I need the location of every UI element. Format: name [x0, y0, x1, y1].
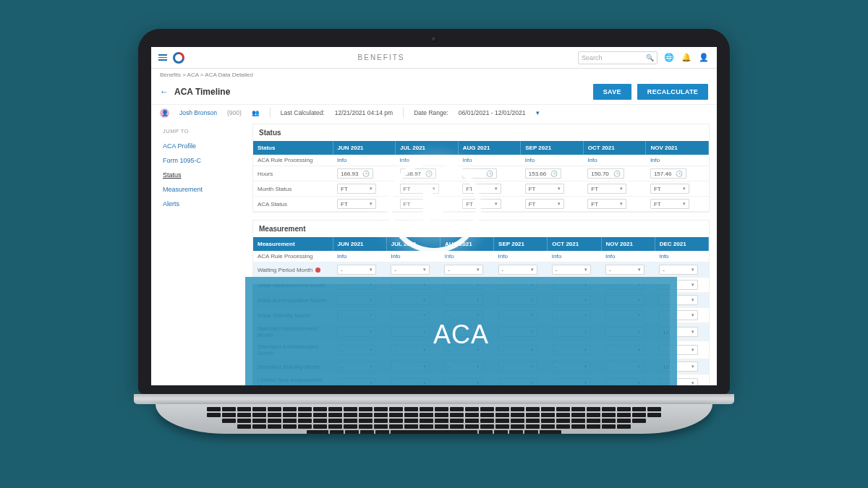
sidebar-item-form-1095-c[interactable]: Form 1095-C: [163, 153, 245, 168]
hours-input[interactable]: 157.46🕒: [650, 168, 686, 179]
people-icon[interactable]: 👥: [252, 109, 260, 116]
hours-input[interactable]: 153.66🕒: [525, 168, 561, 179]
chevron-down-icon: ▾: [620, 201, 623, 207]
chevron-down-icon: ▾: [692, 297, 694, 303]
status-select[interactable]: FT▾: [650, 199, 689, 209]
laptop-frame: BENEFITS Search 🔍 🌐 🔔 👤 Benefits > ACA >…: [134, 29, 734, 434]
chevron-down-icon: ▾: [558, 186, 561, 192]
page-title: ACA Timeline: [174, 87, 230, 97]
last-calculated-value: 12/21/2021 04:14 pm: [335, 109, 393, 116]
chevron-down-icon: ▾: [495, 186, 498, 192]
employee-avatar: 👤: [160, 108, 169, 118]
chevron-down-icon: ▾: [692, 380, 694, 385]
sidebar-heading: JUMP TO: [163, 128, 245, 134]
col-header: OCT 2021: [583, 141, 646, 155]
measurement-select[interactable]: -▾: [444, 265, 483, 275]
chevron-down-icon: ▾: [620, 186, 623, 192]
chevron-down-icon: ▾: [683, 201, 686, 207]
chevron-down-icon: ▾: [692, 329, 694, 335]
app-screen: BENEFITS Search 🔍 🌐 🔔 👤 Benefits > ACA >…: [151, 47, 717, 385]
save-button[interactable]: SAVE: [593, 84, 631, 100]
status-select[interactable]: FT▾: [650, 184, 689, 194]
chevron-down-icon: ▾: [638, 267, 641, 273]
col-header: NOV 2021: [601, 237, 655, 251]
bell-icon[interactable]: 🔔: [681, 52, 692, 64]
chevron-down-icon: ▾: [692, 312, 694, 318]
laptop-base: [134, 394, 734, 434]
info-link[interactable]: Info: [525, 157, 535, 163]
info-link[interactable]: Info: [659, 253, 668, 260]
chevron-down-icon: ▾: [692, 267, 694, 273]
status-select[interactable]: FT▾: [337, 184, 376, 194]
play-icon: [423, 187, 452, 225]
employee-name[interactable]: Josh Bronson: [179, 109, 217, 116]
breadcrumb-2[interactable]: ACA: [187, 72, 199, 78]
info-link[interactable]: Info: [650, 157, 660, 163]
info-link[interactable]: Info: [498, 253, 508, 260]
chevron-down-icon[interactable]: ▾: [536, 109, 540, 116]
breadcrumb: Benefits > ACA > ACA Data Detailed: [151, 69, 717, 81]
employee-id: (900): [227, 109, 242, 116]
measurement-select[interactable]: -▾: [659, 265, 698, 275]
sidebar-item-aca-profile[interactable]: ACA Profile: [163, 139, 245, 153]
sidebar-item-status[interactable]: Status: [163, 168, 245, 182]
app-title: BENEFITS: [190, 53, 572, 61]
sidebar-item-alerts[interactable]: Alerts: [163, 197, 245, 211]
status-select[interactable]: FT▾: [337, 199, 376, 209]
chevron-down-icon: ▾: [692, 282, 694, 288]
chevron-down-icon: ▾: [531, 267, 534, 273]
play-button[interactable]: [387, 159, 481, 253]
status-title: Status: [253, 124, 709, 141]
recalculate-button[interactable]: RECALCULATE: [637, 84, 708, 100]
measurement-select[interactable]: -▾: [498, 265, 537, 275]
chevron-down-icon: ▾: [558, 201, 561, 207]
info-link[interactable]: Info: [337, 253, 346, 260]
measurement-select[interactable]: -▾: [605, 265, 644, 275]
measurement-select[interactable]: -▾: [552, 265, 591, 275]
chevron-down-icon: ▾: [423, 267, 426, 273]
hours-input[interactable]: 166.93🕒: [337, 168, 373, 179]
chevron-down-icon: ▾: [584, 267, 587, 273]
globe-icon[interactable]: 🌐: [663, 52, 675, 64]
col-header: Measurement: [253, 237, 333, 251]
status-select[interactable]: FT▾: [525, 184, 564, 194]
date-range-value[interactable]: 06/01/2021 - 12/01/2021: [459, 109, 526, 116]
search-icon: 🔍: [646, 54, 654, 61]
back-arrow-icon[interactable]: ←: [160, 87, 169, 97]
col-header: JUN 2021: [333, 141, 396, 155]
date-range-label: Date Range:: [414, 109, 448, 116]
table-row: Waiting Period Month-▾-▾-▾-▾-▾-▾-▾: [253, 262, 709, 278]
status-select[interactable]: FT▾: [525, 199, 564, 209]
chevron-down-icon: ▾: [692, 347, 694, 353]
col-header: SEP 2021: [521, 141, 584, 155]
hamburger-icon[interactable]: [158, 54, 167, 61]
clock-icon: 🕒: [676, 171, 683, 177]
col-header: JUN 2021: [333, 237, 386, 251]
info-link[interactable]: Info: [605, 253, 615, 260]
meta-bar: 👤 Josh Bronson (900) 👥 Last Calculated: …: [151, 105, 717, 124]
app-logo: [173, 52, 184, 64]
info-link[interactable]: Info: [587, 157, 597, 163]
video-title-banner: ACA: [245, 277, 677, 385]
user-avatar-icon[interactable]: 👤: [698, 52, 710, 64]
clock-icon: 🕒: [613, 171, 621, 177]
measurement-select[interactable]: -▾: [337, 265, 376, 275]
search-input[interactable]: Search 🔍: [578, 51, 658, 64]
col-header: SEP 2021: [494, 237, 548, 251]
col-header: DEC 2021: [655, 237, 708, 251]
col-header: OCT 2021: [548, 237, 601, 251]
sidebar: JUMP TO ACA ProfileForm 1095-CStatusMeas…: [158, 124, 245, 385]
hours-input[interactable]: 150.70🕒: [587, 168, 624, 179]
sidebar-item-measurement[interactable]: Measurement: [163, 182, 245, 197]
status-select[interactable]: FT▾: [587, 184, 626, 194]
breadcrumb-1[interactable]: Benefits: [160, 72, 181, 78]
alert-dot-icon: [315, 267, 320, 273]
info-link[interactable]: Info: [337, 157, 346, 163]
col-header: AUG 2021: [458, 141, 521, 155]
chevron-down-icon: ▾: [683, 186, 686, 192]
status-select[interactable]: FT▾: [587, 199, 626, 209]
search-placeholder: Search: [582, 54, 603, 61]
chevron-down-icon: ▾: [370, 267, 373, 273]
info-link[interactable]: Info: [552, 253, 561, 260]
clock-icon: 🕒: [362, 171, 370, 177]
